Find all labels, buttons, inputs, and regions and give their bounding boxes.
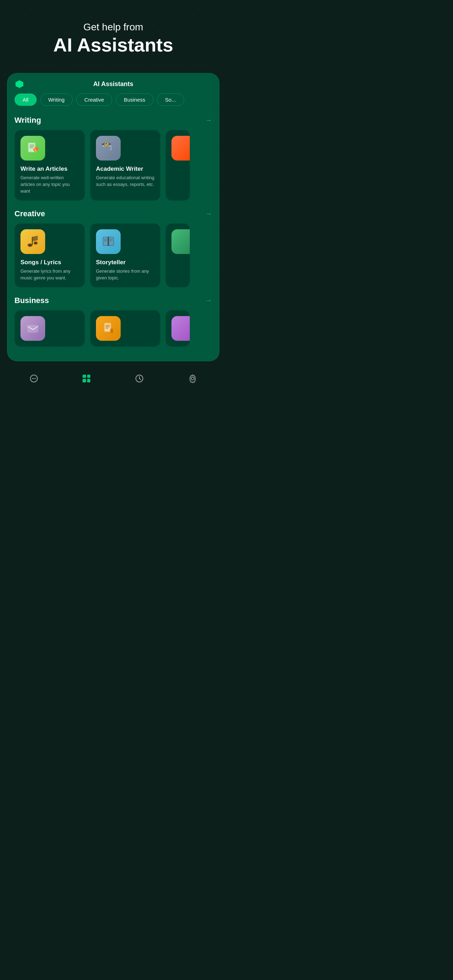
writing-cards-row: Write an Articles Generate well-written … <box>14 130 212 201</box>
writing-section-title: Writing <box>14 116 41 125</box>
business-section: Business → <box>7 293 219 354</box>
writing-section-arrow[interactable]: → <box>205 116 212 124</box>
storyteller-icon <box>96 229 121 254</box>
write-articles-card[interactable]: Write an Articles Generate well-written … <box>14 130 85 201</box>
resume-builder-icon <box>96 316 121 341</box>
filter-tab-writing[interactable]: Writing <box>40 94 73 106</box>
business-cards-row <box>14 310 212 348</box>
filter-tab-creative[interactable]: Creative <box>76 94 112 106</box>
svg-rect-28 <box>27 325 38 332</box>
write-articles-desc: Generate well-written articles on any to… <box>21 175 79 195</box>
email-writer-card[interactable] <box>14 310 85 347</box>
chat-icon <box>29 374 38 383</box>
svg-rect-34 <box>110 328 113 333</box>
songs-lyrics-name: Songs / Lyrics <box>21 259 79 266</box>
partial-business-icon <box>172 316 190 341</box>
svg-point-14 <box>28 244 32 246</box>
svg-point-38 <box>35 378 36 379</box>
academic-writer-card[interactable]: Academic Writer Generate educational wri… <box>90 130 161 201</box>
clock-icon <box>135 374 144 383</box>
creative-section-title: Creative <box>14 209 45 218</box>
main-card: AI Assistants All Writing Creative Busin… <box>7 73 219 361</box>
creative-section-arrow[interactable]: → <box>205 210 212 218</box>
logo-shape <box>16 80 23 88</box>
svg-point-37 <box>33 378 34 379</box>
filter-tab-all[interactable]: All <box>14 94 37 106</box>
writing-section: Writing → Write an Articles <box>7 113 219 206</box>
filter-tab-social[interactable]: So... <box>157 94 184 106</box>
nav-history[interactable] <box>130 372 148 385</box>
filter-tab-business[interactable]: Business <box>116 94 153 106</box>
creative-partial-card <box>165 223 190 288</box>
write-articles-name: Write an Articles <box>21 165 79 172</box>
resume-builder-card[interactable] <box>90 310 161 347</box>
creative-section-header: Creative → <box>14 209 212 218</box>
business-section-header: Business → <box>14 296 212 305</box>
business-section-arrow[interactable]: → <box>205 296 212 304</box>
card-title: AI Assistants <box>93 80 133 88</box>
songs-lyrics-desc: Generate lyrics from any music genre you… <box>21 268 79 282</box>
card-header: AI Assistants <box>7 80 219 94</box>
hero-section: Get help from AI Assistants <box>0 0 227 70</box>
nav-home[interactable] <box>78 372 95 385</box>
hero-subtitle: Get help from <box>14 21 212 33</box>
write-articles-icon <box>21 136 45 161</box>
storyteller-name: Storyteller <box>96 259 154 266</box>
gear-icon <box>188 374 197 383</box>
bottom-nav <box>0 366 227 394</box>
academic-writer-icon <box>96 136 121 161</box>
svg-rect-15 <box>32 237 33 245</box>
creative-cards-row: Songs / Lyrics Generate lyrics from any … <box>14 223 212 288</box>
writing-partial-card <box>165 130 190 201</box>
creative-section: Creative → Songs / Lyrics Generate l <box>7 206 219 293</box>
storyteller-desc: Generate stories from any given topic. <box>96 268 154 282</box>
nav-settings[interactable] <box>184 372 202 385</box>
svg-line-41 <box>139 379 141 380</box>
email-writer-icon <box>21 316 45 341</box>
business-section-title: Business <box>14 296 49 305</box>
svg-rect-10 <box>110 144 111 149</box>
svg-rect-21 <box>108 237 109 246</box>
partial-creative-icon <box>172 229 190 254</box>
nav-chat[interactable] <box>25 372 43 385</box>
hero-title: AI Assistants <box>14 35 212 56</box>
songs-lyrics-icon <box>21 229 45 254</box>
storyteller-card[interactable]: Storyteller Generate stories from any gi… <box>90 223 161 288</box>
academic-writer-name: Academic Writer <box>96 165 154 172</box>
filter-tabs: All Writing Creative Business So... <box>7 94 219 113</box>
academic-writer-desc: Generate educational writing such as ess… <box>96 175 154 188</box>
grid-icon <box>83 375 90 382</box>
partial-writing-icon <box>172 136 190 161</box>
svg-point-11 <box>110 149 112 150</box>
songs-lyrics-card[interactable]: Songs / Lyrics Generate lyrics from any … <box>14 223 85 288</box>
business-partial-card <box>165 310 190 347</box>
svg-rect-30 <box>105 323 110 331</box>
app-logo <box>14 79 24 89</box>
writing-section-header: Writing → <box>14 116 212 125</box>
svg-point-17 <box>34 242 37 244</box>
svg-point-36 <box>32 378 33 379</box>
svg-point-42 <box>191 377 194 380</box>
